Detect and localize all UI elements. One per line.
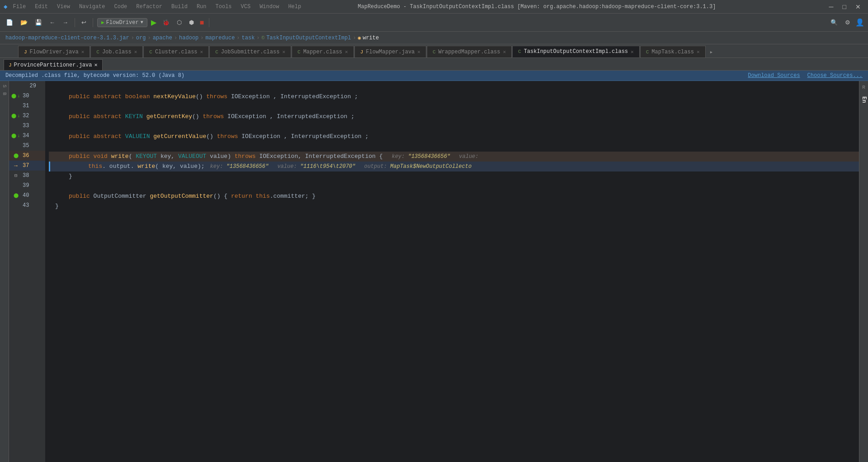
run-button[interactable]: ▶ [150,17,157,28]
menu-window[interactable]: Window [258,3,281,11]
code-line-38: } [49,171,859,181]
linenum-31: 31 [23,101,29,111]
tab-taskinputoutput[interactable]: C TaskInputOutputContextImpl.class ✕ [512,46,640,57]
gutter-31: 31 [9,101,45,111]
linenum-32: 32 [23,111,29,121]
tab-job[interactable]: C Job.class ✕ [90,46,143,57]
tab-close-flowdriver[interactable]: ✕ [81,49,85,55]
toolbar-new-btn[interactable]: 📄 [4,18,15,27]
menu-view[interactable]: View [55,3,72,11]
line37-hints: key: "13568436656" value: "1116\t954\t20… [210,162,472,171]
tab-flowmapper[interactable]: J FlowMapper.java ✕ [354,46,426,57]
code-area: 29 ⬤ ↓ 30 31 [9,81,859,462]
code-line-36: public void write( KEYOUT key, VALUEOUT … [49,152,859,162]
profile-button[interactable]: ⬢ [187,18,196,27]
tab-icon-cluster: C [149,49,152,55]
tab-close-wrappedmapper[interactable]: ✕ [503,49,506,55]
bc-class[interactable]: TaskInputOutputContextImpl [266,35,351,41]
ln-icons-34: ⬤ ↓ [9,131,23,141]
right-icon-1[interactable]: R [862,85,865,90]
tab-close-job[interactable]: ✕ [134,49,137,55]
tab-close-mapper[interactable]: ✕ [345,49,348,55]
tab2-icon-pp: J [9,62,12,68]
gutter: 29 ⬤ ↓ 30 31 [9,81,45,462]
editor-scroll[interactable]: 29 ⬤ ↓ 30 31 [9,81,859,462]
stop-button[interactable]: ■ [199,18,205,28]
menu-build[interactable]: Build [170,3,189,11]
tab-close-jobsubmitter[interactable]: ✕ [282,49,285,55]
gutter-30: ⬤ ↓ 30 [9,91,45,101]
toolbar-undo-btn[interactable]: ↩ [79,18,89,27]
menu-file[interactable]: File [11,3,28,11]
bc-task[interactable]: task [242,35,255,41]
toolbar: 📄 📂 💾 ← → ↩ ▶ FlowDriver ▼ ▶ 🐞 ⬡ ⬢ ■ 🔍 ⚙… [0,14,868,32]
toolbar-separator-3 [209,18,209,27]
menu-navigate[interactable]: Navigate [77,3,107,11]
tab-jobsubmitter[interactable]: C JobSubmitter.class ✕ [209,46,291,57]
tab-more-btn[interactable]: ▸ [706,47,717,57]
gutter-33: 33 [9,121,45,131]
code-line-43: } [49,201,859,211]
settings-btn[interactable]: ⚙ [843,18,853,27]
code-content[interactable]: public abstract boolean nextKeyValue() t… [45,81,859,462]
choose-sources-link[interactable]: Choose Sources... [807,72,863,79]
code-line-29 [49,82,859,92]
menu-code[interactable]: Code [112,3,129,11]
coverage-button[interactable]: ⬡ [175,18,184,27]
debug-button[interactable]: 🐞 [160,18,172,27]
toolbar-save-btn[interactable]: 💾 [33,18,44,27]
menu-tools[interactable]: Tools [214,3,234,11]
tab-maptask[interactable]: C MapTask.class ✕ [640,46,706,57]
linenum-33: 33 [23,121,29,131]
tab-mapper[interactable]: C Mapper.class ✕ [292,46,354,57]
tab-close-taskinputoutput[interactable]: ✕ [631,49,634,55]
linenum-30: 30 [23,91,29,101]
bookmarks-icon[interactable]: B [2,92,7,95]
tab-close-cluster[interactable]: ✕ [200,49,203,55]
impl-dn-30: ↓ [17,94,20,99]
menu-vcs[interactable]: VCS [239,3,253,11]
tab-icon-wrappedmapper: C [433,49,436,55]
bc-jar[interactable]: hadoop-mapreduce-client-core-3.1.3.jar [5,35,129,41]
gutter-43: 43 [9,200,45,210]
menu-run[interactable]: Run [195,3,208,11]
user-icon[interactable]: 👤 [855,18,864,27]
ln-icons-33 [9,121,23,131]
ln-icons-35 [9,141,23,151]
structure-icon[interactable]: S [2,85,7,88]
bc-hadoop[interactable]: hadoop [179,35,198,41]
current-arrow-37: → [14,162,18,169]
close-button[interactable]: ✕ [852,2,864,11]
tab-wrappedmapper[interactable]: C WrappedMapper.class ✕ [427,46,512,57]
bc-apache[interactable]: apache [153,35,172,41]
menu-edit[interactable]: Edit [33,3,50,11]
maximize-button[interactable]: □ [839,2,850,11]
tab2-provincepartitioner[interactable]: J ProvincePartitioner.java ✕ [4,59,103,70]
code-line-37: this. output. write( key, value); key: "… [49,162,859,171]
tab-flowdriver[interactable]: J FlowDriver.java ✕ [18,46,90,57]
minimize-button[interactable]: ─ [826,2,837,11]
tab-cluster[interactable]: C Cluster.class ✕ [143,46,209,57]
tab-bar-2: J ProvincePartitioner.java ✕ [0,58,868,71]
download-sources-link[interactable]: Download Sources [748,72,800,79]
bc-mapreduce[interactable]: mapreduce [206,35,235,41]
menu-help[interactable]: Help [286,3,303,11]
toolbar-forward-btn[interactable]: → [60,18,71,27]
tab-close-maptask[interactable]: ✕ [697,49,700,55]
title-bar: ◆ File Edit View Navigate Code Refactor … [0,0,868,14]
tab-icon-mapper: C [297,49,301,55]
main-area: S B 29 ⬤ ↓ 30 [0,81,868,462]
bc-org[interactable]: org [136,35,146,41]
run-config-dropdown[interactable]: ▶ FlowDriver ▼ [97,18,147,27]
linenum-29: 29 [23,81,36,91]
right-panel-icons: R En [859,81,868,462]
toolbar-open-btn[interactable]: 📂 [18,18,30,27]
tab2-close-pp[interactable]: ✕ [94,62,97,68]
toolbar-back-btn[interactable]: ← [47,18,57,27]
menu-refactor[interactable]: Refactor [134,3,164,11]
tab-icon-flowdriver: J [24,49,27,55]
linenum-37: 37 [23,161,29,171]
tab-close-flowmapper[interactable]: ✕ [417,49,420,55]
ln-icons-30: ⬤ ↓ [9,91,23,101]
search-everywhere-btn[interactable]: 🔍 [828,18,840,27]
